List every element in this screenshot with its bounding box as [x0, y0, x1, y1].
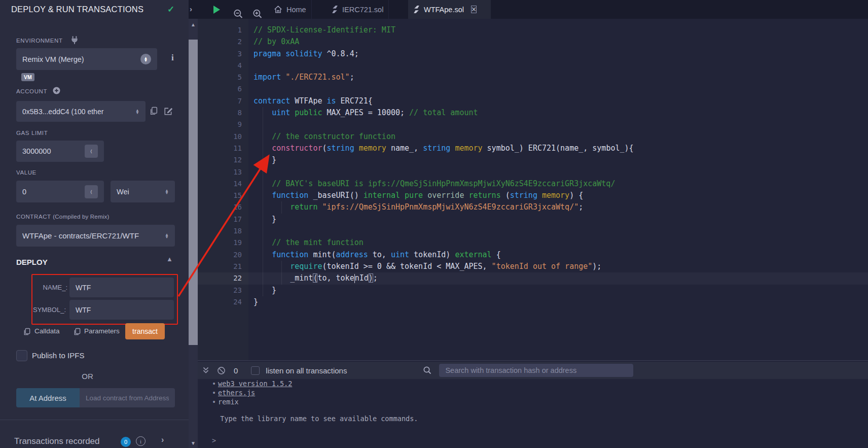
- info-icon[interactable]: i: [171, 53, 174, 63]
- code-line[interactable]: 13: [198, 166, 868, 178]
- parameters-button[interactable]: Parameters: [84, 327, 120, 335]
- transactions-info-icon[interactable]: i: [136, 436, 146, 446]
- clear-console-icon[interactable]: [217, 366, 226, 375]
- tab-ierc721[interactable]: IERC721.sol: [327, 0, 389, 19]
- code-text: // BAYC's baseURI is ipfs://QmeSjSinHpPn…: [242, 178, 615, 190]
- transact-button[interactable]: transact: [125, 323, 165, 339]
- terminal-line[interactable]: •web3 version 1.5.2: [212, 379, 292, 388]
- stepper-icon[interactable]: 〈: [85, 185, 98, 198]
- code-line[interactable]: 23 }: [198, 285, 868, 296]
- code-text: pragma solidity ^0.8.4;: [242, 48, 359, 60]
- code-line[interactable]: 4: [198, 60, 868, 72]
- contract-select[interactable]: WTFApe - contracts/ERC721/WTF ▲▼: [16, 225, 175, 247]
- panel-collapse-chevron-icon[interactable]: ›: [190, 5, 192, 13]
- chevron-updown-icon: ▲▼: [165, 233, 169, 238]
- line-number: 17: [198, 214, 242, 225]
- panel-scrollbar[interactable]: ▲ ▼: [189, 19, 198, 448]
- add-account-icon[interactable]: [53, 87, 60, 94]
- symbol-field-input[interactable]: WTF: [69, 300, 174, 320]
- expand-terminal-icon[interactable]: [202, 366, 210, 374]
- code-text: function _baseURI() internal pure overri…: [242, 190, 583, 201]
- code-line[interactable]: 20 function mint(address to, uint tokenI…: [198, 249, 868, 261]
- code-line[interactable]: 6: [198, 83, 868, 95]
- environment-value: Remix VM (Merge): [22, 55, 84, 63]
- transactions-expand-chevron-icon[interactable]: ›: [161, 435, 164, 444]
- code-line[interactable]: 22 _mint(to, tokenId);: [198, 272, 868, 284]
- code-text: // the mint function: [242, 237, 364, 249]
- code-line[interactable]: 18: [198, 225, 868, 237]
- line-number: 23: [198, 285, 242, 296]
- gas-limit-input[interactable]: 3000000 〈: [16, 141, 104, 162]
- listen-checkbox[interactable]: [251, 366, 260, 375]
- code-line[interactable]: 12 }: [198, 154, 868, 166]
- value-unit-select[interactable]: Wei ▲▼: [111, 181, 175, 202]
- terminal-search-input[interactable]: [439, 364, 633, 377]
- line-number: 15: [198, 190, 242, 201]
- code-text: }: [242, 296, 258, 308]
- code-text: return "ipfs://QmeSjSinHpPnmXmspMjwiXyN6…: [242, 201, 583, 213]
- line-number: 18: [198, 225, 242, 237]
- code-text: require(tokenId >= 0 && tokenId < MAX_AP…: [242, 261, 601, 272]
- line-number: 1: [198, 24, 242, 36]
- account-select[interactable]: 0x5B3...eddC4 (100 ether ▲▼: [16, 101, 146, 122]
- scrollbar-thumb[interactable]: [189, 40, 198, 345]
- code-text: // the constructor function: [242, 131, 395, 143]
- environment-select[interactable]: Remix VM (Merge) ▲▼: [16, 48, 157, 70]
- at-address-button[interactable]: At Address: [16, 388, 80, 407]
- copy-account-icon[interactable]: [150, 107, 158, 116]
- name-field-input[interactable]: WTF: [69, 278, 174, 297]
- code-text: }: [242, 154, 276, 166]
- tab-wtfape-active[interactable]: WTFApe.sol ✕: [408, 0, 491, 19]
- value-input[interactable]: 0 〈: [16, 181, 104, 202]
- terminal-line[interactable]: •ethers.js: [212, 388, 255, 397]
- load-address-input[interactable]: [80, 388, 175, 407]
- code-line[interactable]: 24}: [198, 296, 868, 308]
- code-line[interactable]: 15 function _baseURI() internal pure ove…: [198, 190, 868, 201]
- line-number: 13: [198, 166, 242, 178]
- code-line[interactable]: 11 constructor(string memory name_, stri…: [198, 143, 868, 154]
- value-label: VALUE: [16, 169, 37, 176]
- code-text: [242, 119, 254, 130]
- code-line[interactable]: 7contract WTFApe is ERC721{: [198, 95, 868, 107]
- calldata-button[interactable]: Calldata: [34, 327, 60, 335]
- code-line[interactable]: 5import "./ERC721.sol";: [198, 72, 868, 83]
- scroll-up-icon[interactable]: ▲: [189, 22, 198, 27]
- line-number: 3: [198, 48, 242, 60]
- publish-ipfs-checkbox[interactable]: [16, 350, 27, 361]
- chevron-updown-icon: ▲▼: [165, 189, 169, 194]
- copy-parameters-icon[interactable]: [74, 328, 81, 336]
- close-tab-icon[interactable]: ✕: [471, 6, 477, 13]
- code-line[interactable]: 21 require(tokenId >= 0 && tokenId < MAX…: [198, 261, 868, 272]
- code-line[interactable]: 10 // the constructor function: [198, 131, 868, 143]
- contract-note: (Compiled by Remix): [53, 214, 109, 220]
- code-line[interactable]: 1// SPDX-License-Identifier: MIT: [198, 24, 868, 36]
- code-line[interactable]: 16 return "ipfs://QmeSjSinHpPnmXmspMjwiX…: [198, 201, 868, 213]
- edit-account-icon[interactable]: [164, 107, 173, 116]
- code-line[interactable]: 17 }: [198, 214, 868, 225]
- listen-label: listen on all transactions: [266, 366, 347, 375]
- code-line[interactable]: 9: [198, 119, 868, 130]
- contract-value: WTFApe - contracts/ERC721/WTF: [22, 231, 139, 240]
- code-line[interactable]: 2// by 0xAA: [198, 36, 868, 48]
- run-script-icon[interactable]: [211, 0, 222, 19]
- collapse-chevron-icon[interactable]: ▲: [166, 255, 173, 263]
- code-editor[interactable]: 1// SPDX-License-Identifier: MIT2// by 0…: [198, 19, 868, 360]
- home-icon: [274, 5, 282, 14]
- editor-tabbar: › Home IERC721.sol: [189, 0, 868, 19]
- copy-calldata-icon[interactable]: [23, 328, 31, 336]
- code-line[interactable]: 19 // the mint function: [198, 237, 868, 249]
- transactions-count-badge: 0: [121, 437, 131, 447]
- solidity-icon: [332, 6, 338, 13]
- code-text: constructor(string memory name_, string …: [242, 143, 634, 154]
- code-line[interactable]: 14 // BAYC's baseURI is ipfs://QmeSjSinH…: [198, 178, 868, 190]
- code-line[interactable]: 8 uint public MAX_APES = 10000; // total…: [198, 107, 868, 119]
- code-text: import "./ERC721.sol";: [242, 72, 354, 83]
- stepper-icon[interactable]: 〈: [85, 145, 98, 158]
- scroll-down-icon[interactable]: ▼: [189, 440, 198, 446]
- search-icon: [423, 366, 432, 375]
- solidity-icon: [413, 6, 420, 13]
- code-line[interactable]: 3pragma solidity ^0.8.4;: [198, 48, 868, 60]
- code-text: [242, 60, 254, 72]
- gas-limit-label: GAS LIMIT: [16, 130, 48, 136]
- tab-home[interactable]: Home: [269, 0, 312, 19]
